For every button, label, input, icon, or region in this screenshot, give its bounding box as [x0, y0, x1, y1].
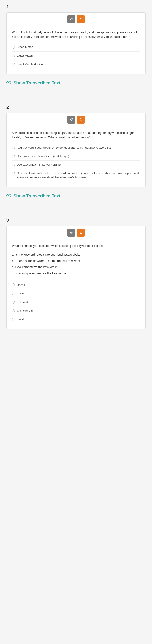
option-label: b and d — [17, 318, 26, 322]
option-label: Exact Match — [17, 54, 33, 58]
eye-icon-2 — [7, 194, 11, 198]
question-text-2: A website sells pills for controlling 's… — [12, 131, 140, 140]
option-list-2: Add the word 'sugar treats' or 'sweet de… — [12, 144, 140, 182]
show-transcribed-2[interactable]: Show Transcribed Text — [7, 191, 145, 200]
question-intro-3: What all should you consider while selec… — [12, 244, 140, 248]
card-toolbar-1: ↺ ↻ — [7, 13, 145, 26]
list-item[interactable]: Only a — [12, 281, 140, 289]
card-body-3: What all should you consider while selec… — [7, 239, 145, 329]
option-label: a, b, and c — [17, 300, 30, 304]
list-item: a) Is the keyword relevant to your busin… — [12, 252, 140, 258]
option-label: Use broad search modifiers (match type) — [17, 154, 69, 158]
refresh-button-1[interactable]: ↻ — [77, 15, 85, 23]
radio-circle — [12, 46, 15, 49]
show-transcribed-1[interactable]: Show Transcribed Text — [7, 78, 145, 88]
question-card-2: ↺ ↻ A website sells pills for controllin… — [7, 113, 145, 187]
svg-point-3 — [8, 195, 10, 196]
option-label: a, b, c and d — [17, 309, 33, 313]
replay-button-2[interactable]: ↺ — [67, 116, 75, 124]
section-2: 2 ↺ ↻ A website sells pills for controll… — [0, 100, 152, 207]
section-3: 3 ↺ ↻ What all should you consider while… — [0, 214, 152, 335]
eye-icon-1 — [7, 80, 11, 86]
question-text-1: Which kind of match-type would have the … — [12, 30, 140, 39]
show-transcribed-label-1: Show Transcribed Text — [13, 80, 60, 86]
show-transcribed-label-2: Show Transcribed Text — [13, 194, 60, 198]
list-item: c) How competitive the keyword is — [12, 264, 140, 270]
option-list-3: Only a a and b a, b, and c a, b, c and d… — [12, 281, 140, 324]
replay-button-3[interactable]: ↺ — [67, 229, 75, 236]
card-toolbar-3: ↺ ↻ — [7, 226, 145, 239]
radio-circle — [12, 292, 15, 295]
option-label: Exact Match Modifier — [17, 62, 44, 66]
svg-point-1 — [8, 82, 10, 83]
card-toolbar-2: ↺ ↻ — [7, 113, 145, 126]
list-item[interactable]: Use broad search modifiers (match type) — [12, 152, 140, 160]
radio-circle — [12, 301, 15, 304]
radio-circle — [12, 318, 15, 321]
list-item[interactable]: Add the word 'sugar treats' or 'sweet de… — [12, 144, 140, 152]
option-label: Only a — [17, 283, 25, 287]
section-1: 1 ↺ ↻ Which kind of match-type would hav… — [0, 0, 152, 94]
question-items-3: a) Is the keyword relevant to your busin… — [12, 252, 140, 276]
list-item[interactable]: Broad Match — [12, 43, 140, 52]
list-item[interactable]: Exact Match Modifier — [12, 60, 140, 69]
radio-circle — [12, 284, 15, 286]
question-card-1: ↺ ↻ Which kind of match-type would have … — [7, 12, 145, 74]
list-item: b) Reach of the keyword (i.e., the traff… — [12, 258, 140, 264]
list-item[interactable]: Use exact match in its keyword list — [12, 160, 140, 169]
list-item[interactable]: a and b — [12, 289, 140, 298]
option-list-1: Broad Match Exact Match Exact Match Modi… — [12, 43, 140, 69]
list-item[interactable]: Exact Match — [12, 52, 140, 60]
option-label: Continue to run ads for those keywords a… — [17, 171, 140, 180]
list-item[interactable]: Continue to run ads for those keywords a… — [12, 169, 140, 182]
question-card-3: ↺ ↻ What all should you consider while s… — [7, 226, 145, 329]
option-label: a and b — [17, 292, 26, 296]
option-label: Broad Match — [17, 45, 33, 49]
card-body-1: Which kind of match-type would have the … — [7, 26, 145, 74]
refresh-button-3[interactable]: ↻ — [77, 229, 85, 236]
section-number-1: 1 — [7, 4, 145, 9]
list-item: d) How unique or creative the keyword is — [12, 270, 140, 276]
section-number-3: 3 — [7, 218, 145, 223]
radio-circle — [12, 155, 15, 158]
radio-circle — [12, 163, 15, 166]
section-number-2: 2 — [7, 105, 145, 110]
refresh-button-2[interactable]: ↻ — [77, 116, 85, 124]
radio-circle — [12, 54, 15, 57]
list-item[interactable]: a, b, c and d — [12, 306, 140, 315]
card-body-2: A website sells pills for controlling 's… — [7, 126, 145, 187]
radio-circle — [12, 172, 15, 175]
list-item[interactable]: a, b, and c — [12, 298, 140, 306]
replay-button-1[interactable]: ↺ — [67, 15, 75, 23]
list-item[interactable]: b and d — [12, 315, 140, 324]
radio-circle — [12, 146, 15, 149]
radio-circle — [12, 63, 15, 66]
radio-circle — [12, 309, 15, 312]
option-label: Use exact match in its keyword list — [17, 163, 61, 167]
option-label: Add the word 'sugar treats' or 'sweet de… — [17, 146, 112, 150]
